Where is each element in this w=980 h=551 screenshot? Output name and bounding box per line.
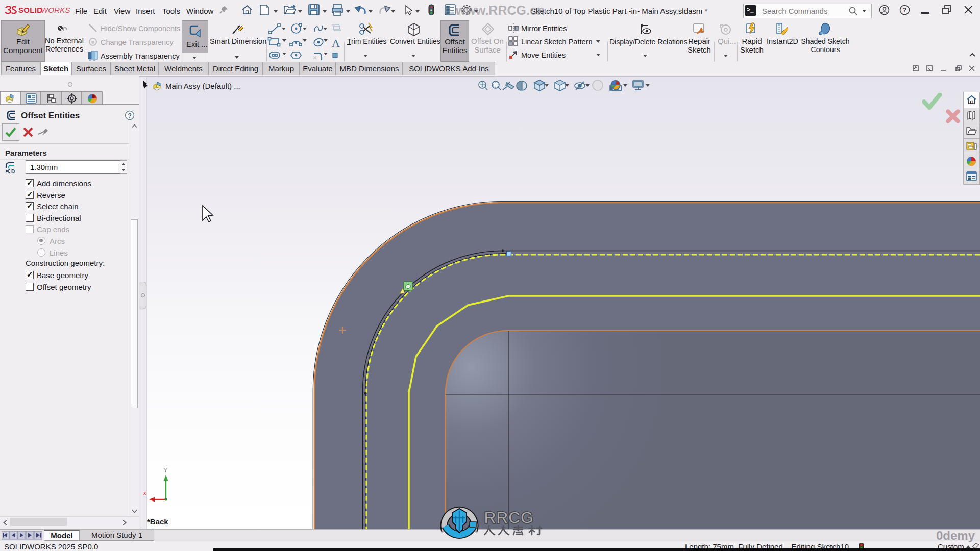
svg-text:D: D <box>11 169 15 174</box>
svg-text:Y: Y <box>163 466 168 474</box>
svg-text:SOLID: SOLID <box>18 6 42 14</box>
svg-text:?: ? <box>128 112 132 119</box>
svg-text:?: ? <box>902 6 906 14</box>
svg-text:A: A <box>332 37 340 49</box>
svg-text:WORKS: WORKS <box>41 6 70 14</box>
svg-text:x: x <box>143 490 146 496</box>
